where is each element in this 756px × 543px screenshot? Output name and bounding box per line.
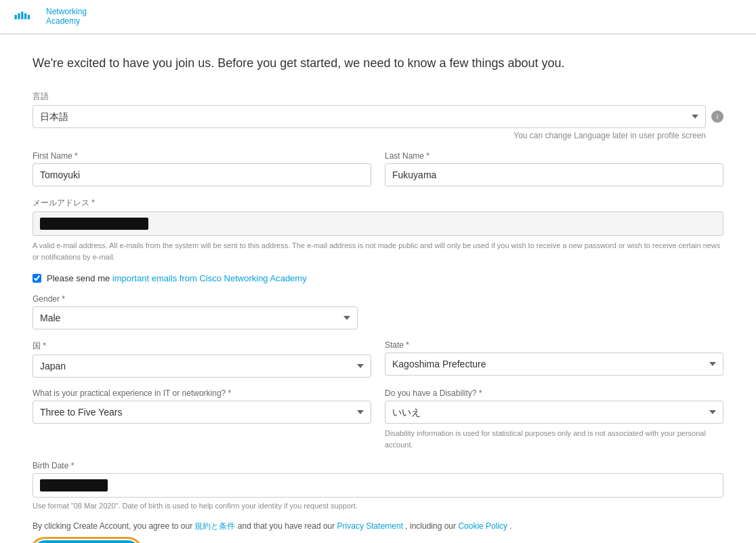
svg-rect-4 (28, 15, 30, 19)
checkbox-link[interactable]: important emails from Cisco Networking A… (112, 273, 307, 283)
language-group: 言語 日本語 i You can change Language later i… (33, 91, 723, 140)
name-row: First Name * Last Name * (33, 151, 723, 186)
terms-link[interactable]: 規約と条件 (194, 521, 235, 531)
disability-hint: Disability information is used for stati… (385, 428, 723, 450)
experience-group: What is your practical experience in IT … (33, 388, 371, 450)
cookie-link[interactable]: Cookie Policy (458, 521, 507, 531)
logo-area: Networking Academy (14, 7, 87, 26)
main-content: We're excited to have you join us. Befor… (19, 35, 737, 543)
logo-text: Networking Academy (46, 7, 87, 26)
svg-rect-3 (24, 14, 26, 20)
svg-rect-1 (18, 14, 20, 20)
disability-group: Do you have a Disability? * いいえ Disabili… (385, 388, 723, 450)
gender-select[interactable]: Male (33, 306, 358, 329)
header: Networking Academy (0, 0, 756, 34)
state-group: State * Kagoshima Prefecture (385, 340, 723, 378)
state-select[interactable]: Kagoshima Prefecture (385, 353, 723, 376)
gender-label: Gender * (33, 294, 723, 304)
create-account-button[interactable]: Create Account (33, 540, 140, 543)
birth-date-group: Birth Date * Use format "08 Mar 2020". D… (33, 461, 723, 510)
email-label: メールアドレス * (33, 197, 723, 209)
first-name-input[interactable] (33, 163, 371, 186)
gender-group: Gender * Male (33, 294, 723, 329)
last-name-input[interactable] (385, 163, 723, 186)
privacy-link[interactable]: Privacy Statement (337, 521, 403, 531)
svg-rect-0 (15, 15, 17, 19)
first-name-group: First Name * (33, 151, 371, 186)
language-hint: You can change Language later in user pr… (33, 131, 723, 140)
terms-text: By clicking Create Account, you agree to… (33, 521, 723, 532)
last-name-group: Last Name * (385, 151, 723, 186)
state-label: State * (385, 340, 723, 350)
language-row: 日本語 i (33, 105, 723, 128)
birth-date-label: Birth Date * (33, 461, 723, 470)
experience-label: What is your practical experience in IT … (33, 388, 371, 398)
birth-date-redacted (40, 479, 108, 491)
svg-rect-2 (21, 12, 23, 20)
language-info-icon[interactable]: i (711, 110, 723, 123)
intro-text: We're excited to have you join us. Befor… (33, 55, 723, 72)
last-name-label: Last Name * (385, 151, 723, 161)
birth-date-hint: Use format "08 Mar 2020". Date of birth … (33, 502, 723, 510)
email-opt-in-checkbox[interactable] (33, 274, 41, 283)
email-redacted (40, 218, 148, 230)
birth-date-wrapper (33, 473, 723, 498)
country-group: 国 * Japan (33, 340, 371, 378)
country-label: 国 * (33, 340, 371, 352)
email-group: メールアドレス * A valid e-mail address. All e-… (33, 197, 723, 262)
email-wrapper (33, 212, 723, 236)
country-select[interactable]: Japan (33, 355, 371, 378)
disability-select[interactable]: いいえ (385, 401, 723, 424)
language-select[interactable]: 日本語 (33, 105, 706, 128)
experience-select[interactable]: Three to Five Years (33, 401, 371, 424)
disability-label: Do you have a Disability? * (385, 388, 723, 398)
cisco-logo-icon (14, 9, 41, 23)
language-label: 言語 (33, 91, 723, 102)
experience-disability-row: What is your practical experience in IT … (33, 388, 723, 450)
checkbox-label: Please send me important emails from Cis… (47, 273, 307, 283)
country-state-row: 国 * Japan State * Kagoshima Prefecture (33, 340, 723, 378)
email-hint: A valid e-mail address. All e-mails from… (33, 240, 723, 262)
first-name-label: First Name * (33, 151, 371, 161)
checkbox-row: Please send me important emails from Cis… (33, 273, 723, 283)
